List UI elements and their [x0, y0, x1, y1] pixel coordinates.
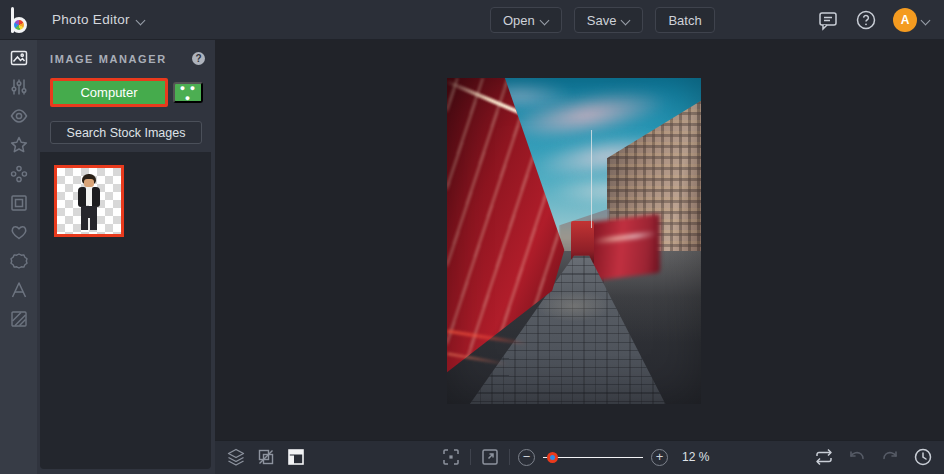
editor-canvas[interactable] — [215, 40, 944, 440]
person-cutout-image — [74, 174, 104, 230]
sidebar-item-graphics[interactable] — [9, 222, 29, 242]
canvas-manager-icon[interactable] — [285, 446, 307, 468]
more-sources-button[interactable]: ● ● ● — [173, 82, 203, 103]
sidebar-item-frames[interactable] — [9, 193, 29, 213]
save-button[interactable]: Save — [574, 7, 644, 33]
sidebar-item-image-manager[interactable] — [9, 48, 29, 68]
tools-sidebar — [0, 40, 37, 474]
photo-editor-app: Photo Editor Open Save Batch — [0, 0, 944, 474]
zoom-slider-thumb[interactable] — [547, 452, 558, 463]
befunky-logo-icon[interactable] — [10, 7, 30, 33]
sidebar-item-text[interactable] — [9, 280, 29, 300]
sidebar-item-textures[interactable] — [9, 309, 29, 329]
top-bar: Photo Editor Open Save Batch — [0, 0, 944, 40]
sidebar-item-adjust[interactable] — [9, 77, 29, 97]
undo-icon[interactable] — [846, 446, 868, 468]
canvas-photo[interactable] — [447, 78, 701, 404]
sidebar-item-touchup[interactable] — [9, 164, 29, 184]
zoom-out-button[interactable]: − — [518, 449, 535, 466]
panel-help-icon[interactable]: ? — [192, 52, 205, 65]
crop-transform-icon[interactable] — [255, 446, 277, 468]
save-label: Save — [587, 13, 617, 28]
sidebar-item-artsy[interactable] — [9, 135, 29, 155]
batch-button[interactable]: Batch — [655, 7, 714, 33]
chevron-down-icon — [137, 16, 145, 24]
panel-title: IMAGE MANAGER — [50, 53, 167, 65]
zoom-in-button[interactable]: + — [651, 449, 668, 466]
zoom-slider-track[interactable] — [543, 457, 643, 459]
chevron-down-icon — [922, 16, 930, 24]
sidebar-item-effects[interactable] — [9, 106, 29, 126]
app-menu-label: Photo Editor — [52, 12, 130, 27]
sidebar-item-overlays[interactable] — [9, 251, 29, 271]
avatar: A — [893, 8, 917, 32]
computer-upload-button[interactable]: Computer — [50, 78, 168, 107]
layers-icon[interactable] — [225, 446, 247, 468]
image-list — [40, 152, 211, 469]
open-button[interactable]: Open — [490, 7, 562, 33]
zoom-percentage: 12 % — [682, 450, 709, 464]
search-stock-images-button[interactable]: Search Stock Images — [50, 121, 202, 144]
help-icon[interactable] — [855, 9, 877, 31]
chevron-down-icon — [541, 16, 549, 24]
fit-to-screen-icon[interactable] — [440, 446, 462, 468]
app-switcher-menu[interactable]: Photo Editor — [44, 6, 153, 33]
full-view-icon[interactable] — [479, 446, 501, 468]
history-icon[interactable] — [912, 446, 934, 468]
chevron-down-icon — [622, 16, 630, 24]
open-label: Open — [503, 13, 535, 28]
compare-toggle-icon[interactable] — [813, 446, 835, 468]
batch-label: Batch — [668, 13, 701, 28]
account-menu[interactable]: A — [893, 8, 930, 32]
feedback-chat-icon[interactable] — [817, 9, 839, 31]
image-manager-panel: IMAGE MANAGER ? Computer ● ● ● Search St… — [37, 40, 215, 474]
canvas-toolbar: − + 12 % — [215, 440, 944, 474]
zoom-slider[interactable] — [543, 449, 643, 466]
redo-icon[interactable] — [879, 446, 901, 468]
image-thumbnail-selected[interactable] — [54, 165, 124, 237]
